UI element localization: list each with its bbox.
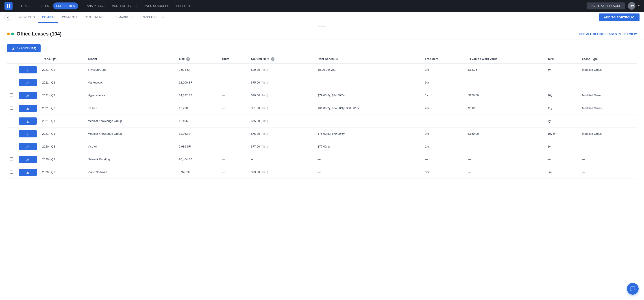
row-checkbox-cell [7, 89, 16, 102]
nav-saved-searches[interactable]: SAVED SEARCHES [140, 3, 172, 10]
row-download-cell [16, 76, 40, 89]
table-row: 2020 - Q3Vise AI9,986 SF—$77.00 (Ann.)$7… [7, 140, 637, 153]
table-header-row: Trans. Qtr. Tenant Size ? Suite Starting… [7, 55, 637, 63]
col-size: Size ? [176, 55, 219, 63]
ann-text: (Ann.) [261, 107, 268, 110]
row-term: — [545, 76, 579, 89]
chevron-down-icon-avatar[interactable]: ▾ [638, 4, 640, 8]
row-rent-schedule: — [315, 153, 422, 166]
rent-info-icon[interactable]: ? [271, 57, 274, 61]
export-button[interactable]: EXPORT (104) [7, 44, 40, 52]
nav-divider-1 [81, 3, 81, 9]
drag-handle[interactable] [318, 26, 326, 27]
download-button[interactable] [19, 117, 37, 125]
export-section: EXPORT (104) [0, 40, 644, 55]
table-row: 2021 - Q2ThyssenKrupp2,994 SF—$80.00 (An… [7, 63, 637, 76]
row-checkbox-cell [7, 102, 16, 114]
download-button[interactable] [19, 92, 37, 99]
row-checkbox[interactable] [10, 81, 13, 84]
row-term: 5y [545, 63, 579, 76]
row-tenant: ThyssenKrupp [85, 63, 176, 76]
tab-transitscreen[interactable]: TRANSITSCREEN [136, 12, 168, 23]
top-nav: LEASES SALES PROPERTIES ANALYTICS ▾ PORT… [0, 0, 644, 12]
row-download-cell [16, 140, 40, 153]
svg-rect-0 [7, 4, 8, 6]
svg-rect-2 [7, 6, 8, 8]
tab-comps[interactable]: COMPS [38, 12, 58, 23]
download-button[interactable] [19, 105, 37, 112]
row-suite: — [220, 153, 248, 166]
nav-leases[interactable]: LEASES [18, 3, 36, 10]
download-button[interactable] [19, 79, 37, 86]
nav-analytics[interactable]: ANALYTICS ▾ [84, 3, 108, 10]
nav-properties[interactable]: PROPERTIES [53, 3, 78, 10]
app-logo[interactable] [4, 2, 12, 10]
row-suite: — [220, 140, 248, 153]
nav-portfolios[interactable]: PORTFOLIOS [109, 3, 134, 10]
row-lease-type: Modified Gross [579, 89, 637, 102]
nav-support[interactable]: SUPPORT [173, 3, 194, 10]
suite-dash: — [222, 106, 225, 110]
row-term: — [545, 153, 579, 166]
row-checkbox[interactable] [10, 170, 13, 174]
col-ti-value: TI Value / Work Value [466, 55, 545, 63]
nav-sales[interactable]: SALES [36, 3, 52, 10]
table-row: 2020 - Q2Piano Software3,946 SF—$73.00 (… [7, 166, 637, 179]
row-free-rent: — [422, 114, 466, 127]
download-button[interactable] [19, 169, 37, 176]
col-trans-qtr: Trans. Qtr. [40, 55, 85, 63]
row-checkbox[interactable] [10, 119, 13, 122]
invite-colleague-button[interactable]: INVITE A COLLEAGUE [586, 3, 625, 10]
row-checkbox-cell [7, 140, 16, 153]
row-size: 3,946 SF [176, 166, 219, 179]
row-quarter: 2021 - Q2 [40, 76, 85, 89]
suite-dash: — [222, 94, 225, 97]
row-quarter: 2020 - Q3 [40, 153, 85, 166]
row-quarter: 2021 - Q2 [40, 102, 85, 114]
download-button[interactable] [19, 130, 37, 137]
download-button[interactable] [19, 66, 37, 73]
row-checkbox[interactable] [10, 132, 13, 135]
row-size: 2,994 SF [176, 63, 219, 76]
row-ti-value: $150.00 [466, 127, 545, 140]
row-term: 10y [545, 89, 579, 102]
download-button[interactable] [19, 143, 37, 150]
nav-links: LEASES SALES PROPERTIES ANALYTICS ▾ PORT… [18, 3, 586, 10]
ann-text: (Ann.) [261, 119, 268, 123]
tab-prop-info[interactable]: PROP. INFO [15, 12, 38, 23]
user-avatar[interactable]: LW [628, 2, 636, 10]
row-checkbox[interactable] [10, 93, 13, 97]
row-lease-type: — [579, 114, 637, 127]
row-size: 34,382 SF [176, 89, 219, 102]
row-suite: — [220, 89, 248, 102]
row-checkbox[interactable] [10, 144, 13, 148]
see-all-link[interactable]: SEE ALL OFFICE LEASES IN LIST VIEW [579, 32, 637, 36]
table-row: 2021 - Q2Marketwatch12,000 SF—$75.00 (An… [7, 76, 637, 89]
row-lease-type: — [579, 166, 637, 179]
row-download-cell [16, 89, 40, 102]
tab-comp-set[interactable]: COMP. SET [58, 12, 81, 23]
row-checkbox[interactable] [10, 106, 13, 110]
row-suite: — [220, 127, 248, 140]
row-checkbox[interactable] [10, 68, 13, 71]
row-rent-schedule: — [315, 114, 422, 127]
download-button[interactable] [19, 156, 37, 163]
row-starting-rent: $80.00 (Ann.) [248, 63, 315, 76]
row-checkbox[interactable] [10, 158, 13, 161]
row-suite: — [220, 76, 248, 89]
row-checkbox-cell [7, 114, 16, 127]
tab-rent-trends[interactable]: RENT TRENDS [81, 12, 109, 23]
row-ti-value: — [466, 140, 545, 153]
row-quarter: 2021 - Q2 [40, 63, 85, 76]
size-info-icon[interactable]: ? [186, 57, 190, 61]
ann-text: (Ann.) [261, 81, 268, 84]
row-free-rent: 1y [422, 89, 466, 102]
tab-submarket[interactable]: SUBMARKET [109, 12, 136, 23]
table-row: 2021 - Q1Medical Knowledge Group12,063 S… [7, 127, 637, 140]
row-lease-type: — [579, 76, 637, 89]
ann-text: (Ann.) [261, 132, 268, 135]
chat-bubble-button[interactable] [627, 283, 638, 294]
col-term: Term [545, 55, 579, 63]
back-button[interactable] [4, 14, 11, 21]
add-to-portfolio-button[interactable]: ADD TO PORTFOLIO [599, 14, 640, 21]
